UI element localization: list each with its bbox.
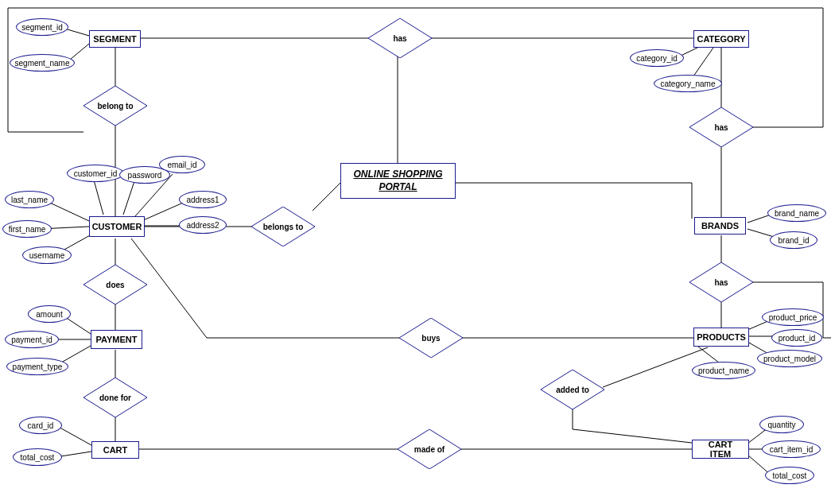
entity-cart: CART [91, 441, 139, 459]
attr-quantity: quantity [759, 416, 804, 433]
rel-made-of: made of [398, 429, 461, 469]
svg-line-53 [603, 347, 708, 387]
entity-category-label: CATEGORY [697, 34, 745, 44]
attr-product-price: product_price [762, 308, 824, 326]
attr-product-model: product_model [757, 350, 822, 367]
attr-customer-id: customer_id [67, 165, 124, 182]
attr-category-id: category_id [630, 49, 684, 67]
entity-cart-item-label: CART ITEM [697, 440, 744, 459]
attr-address1: address1 [179, 191, 227, 208]
attr-email-id: email_id [159, 156, 205, 173]
rel-does-label: does [106, 281, 124, 289]
svg-line-43 [56, 425, 91, 445]
er-diagram: ONLINE SHOPPING PORTAL SEGMENT CATEGORY … [0, 0, 831, 504]
entity-customer-label: CUSTOMER [92, 222, 142, 231]
attr-segment-id: segment_id [16, 18, 68, 36]
attr-amount: amount [28, 305, 71, 323]
rel-made-of-label: made of [414, 445, 445, 454]
attr-brand-name: brand_name [767, 204, 826, 222]
attr-payment-type: payment_type [6, 358, 68, 375]
attr-last-name: last_name [5, 191, 54, 208]
rel-belongs-to: belongs to [251, 207, 315, 246]
entity-cart-label: CART [103, 445, 128, 455]
attr-cart-item-id: cart_item_id [762, 440, 821, 458]
attr-payment-id: payment_id [5, 331, 59, 348]
entity-payment: PAYMENT [91, 330, 142, 349]
entity-segment: SEGMENT [89, 30, 141, 48]
entity-cart-item: CART ITEM [692, 440, 749, 459]
attr-product-id: product_id [771, 329, 822, 347]
attr-first-name: first_name [2, 220, 52, 238]
rel-added-to-label: added to [556, 386, 589, 394]
rel-added-to: added to [541, 370, 604, 409]
svg-line-28 [93, 177, 103, 215]
attr-product-name: product_name [692, 362, 755, 379]
attr-total-cost-cart: total_cost [13, 448, 62, 466]
rel-belongs-to-label: belongs to [263, 223, 304, 231]
svg-line-24 [313, 183, 340, 211]
entity-brands: BRANDS [694, 217, 746, 235]
rel-buys-label: buys [421, 334, 440, 343]
svg-line-55 [573, 429, 692, 443]
attr-total-cost-item: total_cost [765, 467, 814, 484]
attr-card-id: card_id [19, 417, 62, 434]
rel-done-for-label: done for [99, 394, 131, 402]
entity-products-label: PRODUCTS [697, 332, 746, 342]
entity-main-label: ONLINE SHOPPING PORTAL [346, 169, 450, 193]
attr-address2: address2 [179, 216, 227, 234]
rel-has2: has [689, 107, 753, 147]
svg-line-29 [123, 179, 135, 215]
rel-has2-label: has [714, 123, 728, 132]
rel-has1-label: has [393, 34, 406, 43]
entity-products: PRODUCTS [693, 328, 749, 347]
entity-main: ONLINE SHOPPING PORTAL [340, 163, 456, 199]
rel-belong-to-label: belong to [98, 102, 134, 110]
rel-buys: buys [399, 318, 463, 358]
attr-brand-id: brand_id [770, 231, 817, 249]
attr-username: username [22, 246, 72, 264]
entity-segment-label: SEGMENT [93, 34, 136, 44]
rel-done-for: done for [83, 378, 147, 417]
rel-has1: has [368, 18, 432, 58]
rel-has3-label: has [714, 278, 728, 287]
entity-category: CATEGORY [693, 30, 749, 48]
rel-has3: has [689, 262, 753, 302]
attr-category-name: category_name [654, 75, 722, 92]
entity-brands-label: BRANDS [701, 221, 739, 231]
attr-segment-name: segment_name [10, 54, 75, 72]
entity-payment-label: PAYMENT [96, 335, 138, 344]
entity-customer: CUSTOMER [89, 216, 145, 237]
rel-does: does [83, 265, 147, 304]
rel-belong-to: belong to [83, 86, 147, 126]
